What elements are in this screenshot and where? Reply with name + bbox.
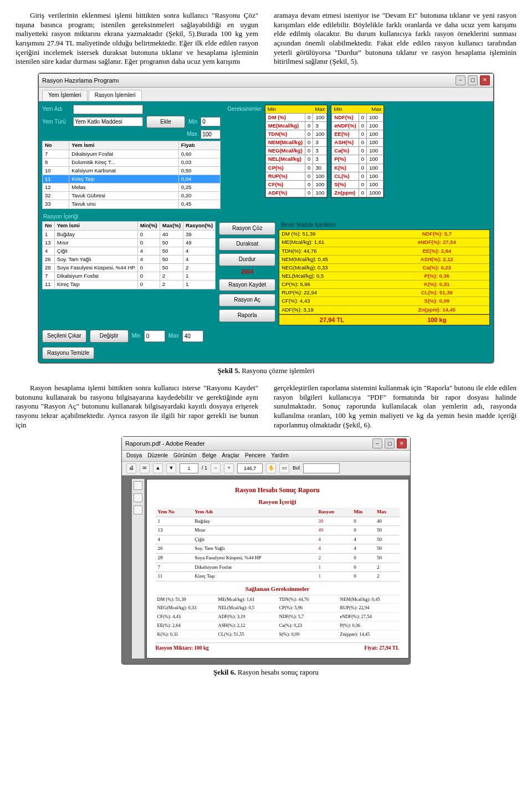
tab-yem-islemleri[interactable]: Yem İşlemleri: [42, 90, 88, 101]
hand-icon[interactable]: ✋: [266, 463, 276, 473]
paragraph-right: aramaya devam etmesi isteniyor ise "Deva…: [274, 11, 516, 67]
table-row[interactable]: 10Kalsiyum Karbonat0,50: [43, 166, 221, 175]
requirements-left: MinMax DM (%)0100ME(Mcal/kg)03TDN(%)0100…: [265, 105, 328, 198]
table-row: 1Buğday39040: [156, 517, 400, 526]
menu-item[interactable]: Belge: [202, 452, 217, 460]
table-row[interactable]: 8Dolomitik Kireç T...0,03: [43, 158, 221, 166]
report-table: Yem No Yem Adı Rasyon Min Max 1Buğday390…: [156, 508, 400, 581]
table-row[interactable]: 1Buğday04039: [43, 230, 216, 238]
input-min[interactable]: [201, 117, 221, 126]
col-no: No: [43, 141, 69, 150]
secileni-cikar-button[interactable]: Seçileni Çıkar: [42, 330, 86, 343]
gh-max: Max: [315, 106, 325, 113]
table-row: 13Mısır49050: [156, 526, 400, 535]
menu-item[interactable]: Araçlar: [222, 452, 239, 460]
pdf-foot-price: Fiyat: 27,94 TL: [365, 645, 400, 651]
besin-right: NDF(%): 5,7eNDF(%): 27,54EE(%): 2,64ASH(…: [385, 230, 489, 314]
table-row[interactable]: 11Kireç Taşı0,04: [43, 175, 221, 183]
thumbnails-icon[interactable]: [134, 481, 142, 490]
zoom-input[interactable]: [237, 463, 263, 473]
close-icon[interactable]: ✕: [480, 75, 490, 85]
requirements-right: MinMax NDF(%)0100eNDF(%)0100EE(%)0100ASH…: [331, 105, 384, 198]
pdf-titlebar: Raporum.pdf - Adobe Reader – ▢ ✕: [122, 437, 410, 451]
page-down-icon[interactable]: ▼: [166, 463, 176, 473]
rasyon-table[interactable]: No Yem İsmi Min(%) Max(%) Rasyon(%) 1Buğ…: [42, 221, 216, 289]
menu-item[interactable]: Düzenle: [147, 452, 168, 460]
page-of: / 1: [202, 465, 207, 472]
pdf-close-icon[interactable]: ✕: [397, 438, 407, 448]
caption-sekil-5: Şekil 5. Şekil 5. Rasyonu çözme işlemler…: [16, 366, 516, 376]
table-row: 28Soya Fasulyesi Küspesi, %44 HP2050: [156, 553, 400, 563]
caption-sekil-6: Şekil 6. Rasyon hesabı sonuç raporu: [16, 668, 516, 677]
menu-item[interactable]: Yardım: [271, 452, 289, 460]
input-max[interactable]: [201, 130, 221, 139]
label-besin-madde: Besin Madde İçerikleri: [279, 221, 490, 229]
attachments-icon[interactable]: [134, 506, 142, 514]
input-max2[interactable]: [182, 330, 203, 342]
table-row[interactable]: 7Dikalsiyum Fosfat021: [43, 272, 216, 280]
report-title: Rasyon Hesabı Sonuç Raporu: [156, 486, 400, 494]
pdf-sidebar: [132, 479, 145, 659]
pdf-maximize-icon[interactable]: ▢: [385, 438, 395, 448]
minimize-icon[interactable]: –: [456, 75, 466, 85]
menu-item[interactable]: Pencere: [245, 452, 265, 460]
yem-table[interactable]: No Yem İsmi Fiyatı 7Dikalsiyum Fosfat0,6…: [42, 141, 221, 208]
rasyon-coz-button[interactable]: Rasyon Çöz: [219, 222, 275, 235]
table-row[interactable]: 11Kireç Taşı021: [43, 280, 216, 289]
pdf-window: Raporum.pdf - Adobe Reader – ▢ ✕ DosyaDü…: [121, 436, 411, 665]
label-rasyon-icerigi: Rasyon İçeriği: [42, 212, 490, 222]
pcol-rasy: Rasyon: [316, 508, 352, 517]
find-label: Bul: [293, 465, 300, 472]
table-row[interactable]: 33Tavuk unu0,45: [43, 200, 221, 208]
degistir-button[interactable]: Değiştir: [90, 330, 129, 343]
input-min2[interactable]: [144, 330, 165, 342]
paragraph-left: Giriş verilerinin eklenmesi işlemi bitti…: [16, 11, 258, 67]
ri-col-no: No: [43, 222, 55, 230]
label-min2: Min: [132, 333, 141, 340]
duraksat-button[interactable]: Duraksat: [219, 238, 275, 251]
input-yem-adi[interactable]: [73, 105, 143, 114]
page-input[interactable]: [180, 463, 198, 473]
select-icon[interactable]: ▭: [279, 463, 289, 473]
ekle-button[interactable]: Ekle: [146, 116, 185, 129]
zoom-out-icon[interactable]: −: [211, 463, 221, 473]
window-title: Rasyon Hazırlama Programı: [42, 76, 119, 84]
durdur-button[interactable]: Durdur: [219, 253, 275, 266]
maximize-icon[interactable]: ▢: [468, 75, 478, 85]
raporla-button[interactable]: Raporla: [219, 309, 275, 322]
print-icon[interactable]: 🖨: [126, 463, 136, 473]
menu-item[interactable]: Görünüm: [173, 452, 197, 460]
table-row[interactable]: 28Soya Fasulyesi Küspesi, %44 HP0502: [43, 264, 216, 272]
table-row: 4Çiğit4450: [156, 535, 400, 544]
rasyon-kaydet-button[interactable]: Rasyon Kaydet: [219, 279, 275, 292]
table-row[interactable]: 13Mısır05049: [43, 238, 216, 247]
menu-item[interactable]: Dosya: [126, 452, 142, 460]
table-row[interactable]: 12Melas0,25: [43, 183, 221, 192]
ri-col-max: Max(%): [160, 222, 183, 230]
page-up-icon[interactable]: ▲: [153, 463, 163, 473]
table-row: 11Kireç Taşı102: [156, 572, 400, 581]
pcol-no: Yem No: [156, 508, 193, 517]
select-yem-turu[interactable]: [73, 117, 143, 126]
table-row[interactable]: 4Çiğit4504: [43, 247, 216, 255]
pcol-min: Min: [351, 508, 375, 517]
table-row[interactable]: 32Tavuk Gübresi0,20: [43, 192, 221, 200]
pdf-minimize-icon[interactable]: –: [372, 438, 382, 448]
table-row[interactable]: 26Soy. Tam Yağlı4504: [43, 256, 216, 264]
mail-icon[interactable]: ✉: [140, 463, 150, 473]
tab-rasyon-islemleri[interactable]: Rasyon İşlemleri: [89, 90, 142, 101]
table-row[interactable]: 7Dikalsiyum Fosfat0,60: [43, 150, 221, 158]
pdf-menubar[interactable]: DosyaDüzenleGörünümBelgeAraçlarPencereYa…: [122, 451, 410, 462]
find-input[interactable]: [303, 463, 340, 473]
report-stats-title: Sağlanan Gereksinmeler: [156, 585, 400, 593]
bookmarks-icon[interactable]: [134, 493, 142, 502]
ri-col-rasy: Rasyon(%): [183, 222, 216, 230]
besin-left: DM (%): 51,39ME(Mcal/kg): 1,61TDN(%): 44…: [279, 230, 384, 314]
label-max: Max: [187, 131, 197, 138]
label-yem-adi: Yem Adı: [42, 106, 70, 113]
rasyon-ac-button[interactable]: Rasyon Aç: [219, 294, 275, 307]
ri-col-isim: Yem İsmi: [54, 222, 137, 230]
zoom-in-icon[interactable]: +: [224, 463, 234, 473]
rasyonu-temizle-button[interactable]: Rasyonu Temizle: [42, 347, 94, 360]
label-gereksinimler: Gereksinimler: [227, 105, 262, 198]
